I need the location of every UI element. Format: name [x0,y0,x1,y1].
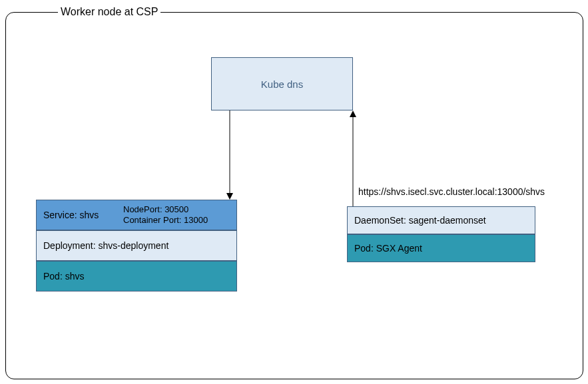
diagram-canvas: Worker node at CSP Kube dns Service: shv… [0,0,588,384]
pod-sgx-agent-box: Pod: SGX Agent [347,234,535,262]
deployment-label: Deployment: shvs-deployment [43,240,168,251]
pod-shvs-label: Pod: shvs [43,271,84,282]
service-ports: NodePort: 30500 Container Port: 13000 [123,204,208,225]
shvs-url-label: https://shvs.isecl.svc.cluster.local:130… [358,186,545,197]
daemonset-box: DaemonSet: sagent-daemonset [347,206,535,234]
pod-sgx-agent-label: Pod: SGX Agent [354,243,422,254]
deployment-box: Deployment: shvs-deployment [36,230,237,261]
service-nodeport: NodePort: 30500 [123,204,188,214]
service-container-port: Container Port: 13000 [123,215,208,225]
service-label: Service: shvs [37,210,123,220]
pod-shvs-box: Pod: shvs [36,261,237,291]
service-box: Service: shvs NodePort: 30500 Container … [36,200,237,230]
daemonset-label: DaemonSet: sagent-daemonset [354,215,486,226]
